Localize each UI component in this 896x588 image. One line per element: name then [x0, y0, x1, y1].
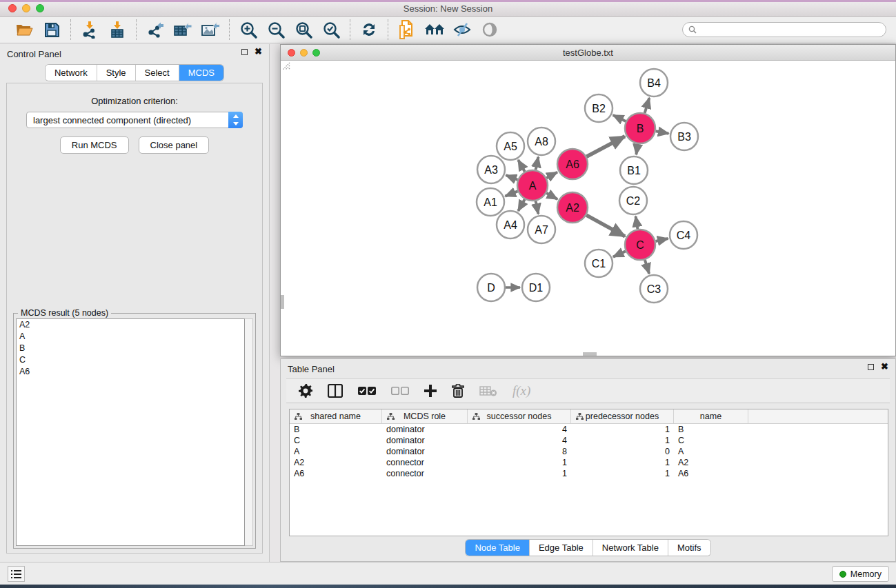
task-history-button[interactable] [8, 566, 25, 582]
column-header-shared-name[interactable]: shared name [290, 409, 382, 423]
table-row[interactable]: A2connector11A2 [290, 457, 888, 468]
edge-C-C2[interactable] [636, 216, 638, 230]
canvas-horizontal-scrollbar[interactable] [583, 352, 597, 356]
table-row[interactable]: A6connector11A6 [290, 468, 888, 479]
edge-A-A7[interactable] [536, 201, 539, 214]
tab-style[interactable]: Style [97, 65, 135, 81]
edge-A6-B[interactable] [586, 136, 625, 157]
graph-node-C1[interactable]: C1 [585, 250, 613, 277]
table-settings-gear-icon[interactable] [299, 384, 312, 398]
edge-C-C3[interactable] [645, 260, 649, 274]
zoom-in-icon[interactable] [237, 19, 260, 40]
graph-node-C2[interactable]: C2 [619, 187, 647, 214]
table-row[interactable]: Cdominator41C [290, 435, 888, 446]
graph-node-D1[interactable]: D1 [522, 274, 550, 301]
result-list-item[interactable]: A [17, 331, 244, 343]
graph-node-C4[interactable]: C4 [670, 221, 697, 249]
delete-table-icon[interactable] [479, 385, 497, 397]
result-list-item[interactable]: C [17, 354, 244, 366]
edge-A-A8[interactable] [536, 157, 539, 170]
tab-node-table[interactable]: Node Table [466, 540, 529, 556]
tab-motifs[interactable]: Motifs [668, 540, 710, 556]
edge-C-C4[interactable] [655, 239, 668, 241]
column-header-name[interactable]: name [674, 409, 748, 423]
close-panel-icon[interactable]: ✖ [255, 48, 262, 55]
export-table-icon[interactable] [171, 19, 195, 40]
mcds-result-list[interactable]: A2ABCA6 [16, 318, 245, 546]
edge-B-B4[interactable] [645, 98, 650, 113]
float-table-panel-icon[interactable] [868, 364, 874, 370]
graph-node-A1[interactable]: A1 [477, 188, 504, 216]
edge-B-B2[interactable] [613, 115, 626, 121]
import-network-icon[interactable] [78, 19, 101, 40]
export-image-icon[interactable] [199, 19, 222, 40]
edge-A-A1[interactable] [505, 191, 517, 196]
select-all-checkboxes-icon[interactable] [358, 387, 376, 396]
zoom-selected-icon[interactable] [319, 19, 343, 40]
hide-selected-eye-icon[interactable] [450, 19, 474, 40]
edge-A-A2[interactable] [546, 193, 557, 199]
graph-node-C[interactable]: C [625, 230, 655, 260]
tab-network-table[interactable]: Network Table [593, 540, 668, 556]
refresh-layout-icon[interactable] [357, 19, 381, 40]
column-header-MCDS-role[interactable]: MCDS role [382, 409, 468, 423]
canvas-vertical-scrollbar[interactable] [281, 295, 284, 309]
graph-node-B1[interactable]: B1 [620, 156, 648, 184]
graph-node-A2[interactable]: A2 [557, 192, 588, 223]
result-list-item[interactable]: A6 [17, 366, 244, 378]
table-row[interactable]: Bdominator41B [290, 424, 888, 435]
column-layout-icon[interactable] [328, 384, 343, 398]
graph-node-B2[interactable]: B2 [585, 94, 613, 122]
graph-node-C3[interactable]: C3 [640, 275, 668, 303]
close-panel-button[interactable]: Close panel [139, 136, 210, 154]
tab-network[interactable]: Network [46, 65, 97, 81]
search-field[interactable] [682, 22, 886, 37]
memory-button[interactable]: Memory [832, 566, 889, 582]
tab-edge-table[interactable]: Edge Table [529, 540, 593, 556]
resize-grip-icon[interactable] [281, 61, 290, 70]
network-window-titlebar[interactable]: testGlobe.txt [281, 45, 895, 61]
edge-A-A5[interactable] [518, 160, 524, 172]
edge-A-A3[interactable] [506, 175, 517, 180]
graph-node-A6[interactable]: A6 [557, 149, 588, 179]
graph-node-A8[interactable]: A8 [528, 128, 555, 155]
edge-A-A6[interactable] [546, 172, 557, 178]
table-row[interactable]: Adominator80A [290, 446, 888, 457]
zoom-out-icon[interactable] [264, 19, 288, 40]
edge-C-C1[interactable] [613, 251, 626, 256]
graph-node-A7[interactable]: A7 [528, 216, 555, 243]
result-list-scrollbar[interactable] [245, 318, 253, 546]
graph-node-B4[interactable]: B4 [640, 69, 668, 97]
run-mcds-button[interactable]: Run MCDS [60, 136, 129, 154]
zoom-fit-icon[interactable] [292, 19, 315, 40]
edge-A-A4[interactable] [518, 199, 524, 211]
criterion-dropdown[interactable]: largest connected component (directed) [26, 112, 243, 128]
network-canvas[interactable]: B4B2BB3B1A5A8A6A3AA1A2A4A7C2CC4C1C3DD1 [281, 61, 895, 356]
home-first-neighbors-icon[interactable] [423, 19, 446, 40]
result-list-item[interactable]: B [17, 343, 244, 354]
export-network-icon[interactable] [143, 19, 167, 40]
edge-B-B1[interactable] [636, 144, 637, 154]
search-input[interactable] [700, 25, 880, 34]
network-graph[interactable]: B4B2BB3B1A5A8A6A3AA1A2A4A7C2CC4C1C3DD1 [281, 61, 895, 356]
float-panel-icon[interactable] [241, 49, 248, 55]
show-eye-icon[interactable] [478, 19, 501, 40]
graph-node-A[interactable]: A [517, 170, 548, 201]
edge-A2-C[interactable] [586, 215, 625, 236]
open-file-icon[interactable] [12, 19, 36, 40]
graph-node-D[interactable]: D [477, 274, 505, 301]
save-session-icon[interactable] [40, 19, 63, 40]
tab-select[interactable]: Select [135, 65, 179, 81]
tab-mcds[interactable]: MCDS [179, 65, 223, 81]
new-network-from-file-icon[interactable] [395, 19, 419, 40]
graph-node-A4[interactable]: A4 [497, 211, 524, 239]
deselect-all-checkboxes-icon[interactable] [391, 387, 409, 396]
delete-trash-icon[interactable] [452, 384, 464, 398]
column-header-successor-nodes[interactable]: successor nodes [468, 409, 571, 423]
result-list-item[interactable]: A2 [17, 319, 244, 331]
add-column-plus-icon[interactable] [424, 385, 437, 397]
edge-B-B3[interactable] [656, 131, 669, 134]
graph-node-A5[interactable]: A5 [497, 132, 524, 160]
close-table-panel-icon[interactable]: ✖ [881, 363, 888, 370]
graph-node-A3[interactable]: A3 [477, 156, 505, 183]
